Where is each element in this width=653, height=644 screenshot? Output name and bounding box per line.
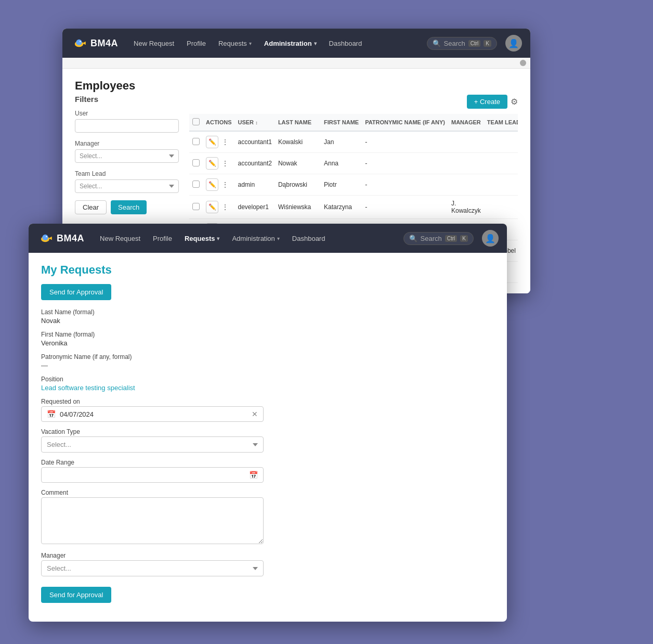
row-checkbox (189, 174, 203, 196)
row-user: accountant1 (235, 131, 275, 153)
last-name-label: Last Name (formal) (41, 308, 264, 316)
settings-icon[interactable]: ⚙ (511, 97, 518, 107)
row-team-lead (484, 196, 518, 219)
chevron-requests-2: ▾ (217, 236, 219, 241)
user-filter-label: User (75, 110, 179, 117)
row-first-name: Piotr (321, 174, 362, 196)
vacation-type-label: Vacation Type (41, 428, 264, 435)
row-last-name: Nowak (275, 153, 321, 174)
header-checkbox[interactable] (192, 118, 200, 125)
nav-profile-1[interactable]: Profile (181, 36, 211, 50)
requested-on-label: Requested on (41, 398, 264, 405)
clear-button[interactable]: Clear (75, 200, 107, 214)
row-cb[interactable] (192, 159, 200, 166)
kbd-k-2: K (460, 235, 468, 242)
date-range-calendar-icon: 📅 (249, 471, 258, 479)
col-team-lead: TEAM LEAD (484, 114, 518, 131)
minimize-btn-1[interactable] (520, 60, 526, 66)
date-range-section: Date Range 📅 (41, 459, 264, 483)
first-name-section: First Name (formal) Veronika (41, 331, 264, 347)
row-first-name: Jan (321, 131, 362, 153)
navbar-2: BM4A New Request Profile Requests ▾ Admi… (29, 224, 507, 253)
employees-title: Employees (75, 79, 518, 93)
row-team-lead (484, 174, 518, 196)
nav-links-2: New Request Profile Requests ▾ Administr… (95, 231, 399, 246)
more-button[interactable]: ⋮ (220, 159, 230, 168)
brand-name-2: BM4A (57, 233, 84, 244)
edit-button[interactable]: ✏️ (206, 178, 218, 191)
nav-dashboard-1[interactable]: Dashboard (324, 36, 368, 50)
search-button-1[interactable]: 🔍 Search Ctrl K (427, 37, 497, 50)
edit-button[interactable]: ✏️ (206, 201, 218, 213)
position-section: Position Lead software testing specialis… (41, 376, 264, 392)
nav-profile-2[interactable]: Profile (148, 231, 177, 246)
nav-requests-2[interactable]: Requests ▾ (179, 231, 225, 246)
svg-point-9 (46, 236, 47, 237)
table-row: ✏️ ⋮ admin Dąbrowski Piotr - 469 (189, 174, 518, 196)
send-approval-button-bottom[interactable]: Send for Approval (41, 587, 111, 603)
table-row: ✏️ ⋮ developer1 Wiśniewska Katarzyna - J… (189, 196, 518, 219)
nav-administration-1[interactable]: Administration ▾ (259, 36, 322, 50)
col-last-name: LAST NAME (275, 114, 321, 131)
user-avatar-2[interactable]: 👤 (482, 230, 499, 247)
search-button-2[interactable]: 🔍 Search Ctrl K (403, 232, 474, 245)
row-manager: J. Kowalczyk (448, 196, 484, 219)
manager-select[interactable]: Select... (41, 560, 264, 576)
more-button[interactable]: ⋮ (220, 181, 230, 189)
row-checkbox (189, 131, 203, 153)
nav-new-request-1[interactable]: New Request (128, 36, 179, 50)
requested-on-input[interactable] (60, 410, 247, 418)
svg-point-4 (80, 41, 81, 42)
chevron-admin-2: ▾ (277, 236, 280, 241)
more-button[interactable]: ⋮ (220, 203, 230, 211)
send-approval-button-top[interactable]: Send for Approval (41, 284, 111, 300)
window-controls-1 (62, 58, 530, 69)
create-button[interactable]: + Create (467, 95, 507, 109)
edit-button[interactable]: ✏️ (206, 136, 218, 148)
row-actions: ✏️ ⋮ (203, 131, 235, 153)
manager-filter-select[interactable]: Select... (75, 149, 179, 163)
nav-requests-1[interactable]: Requests ▾ (213, 36, 257, 50)
brand-1: BM4A (71, 35, 118, 51)
comment-section: Comment (41, 489, 264, 546)
col-checkbox (189, 114, 203, 131)
vacation-type-section: Vacation Type Select... (41, 428, 264, 453)
vacation-type-select[interactable]: Select... (41, 436, 264, 453)
row-cb[interactable] (192, 138, 200, 145)
row-checkbox (189, 153, 203, 174)
edit-button[interactable]: ✏️ (206, 157, 218, 170)
chevron-admin-1: ▾ (314, 41, 317, 46)
more-button[interactable]: ⋮ (220, 138, 230, 146)
brand-name-1: BM4A (90, 38, 118, 49)
user-avatar-1[interactable]: 👤 (505, 35, 522, 51)
requested-on-clear-btn[interactable]: ✕ (252, 410, 258, 418)
search-button-filter[interactable]: Search (111, 200, 147, 214)
table-row: ✏️ ⋮ accountant1 Kowalski Jan - 374 (189, 131, 518, 153)
row-cb[interactable] (192, 181, 200, 188)
row-last-name: Dąbrowski (275, 174, 321, 196)
row-cb[interactable] (192, 203, 200, 210)
form-fields: Last Name (formal) Novak First Name (for… (41, 308, 494, 611)
col-user: USER ↕ (235, 114, 275, 131)
date-range-label: Date Range (41, 459, 264, 466)
date-range-input[interactable] (47, 471, 245, 479)
teamlead-filter-group: Team Lead Select... (75, 170, 179, 193)
row-last-name: Wiśniewska (275, 196, 321, 219)
row-actions: ✏️ ⋮ (203, 196, 235, 219)
row-user: accountant2 (235, 153, 275, 174)
navbar-1: BM4A New Request Profile Requests ▾ Admi… (62, 29, 530, 58)
row-user: admin (235, 174, 275, 196)
nav-links-1: New Request Profile Requests ▾ Administr… (128, 36, 423, 50)
nav-new-request-2[interactable]: New Request (95, 231, 146, 246)
row-team-lead (484, 153, 518, 174)
teamlead-filter-select[interactable]: Select... (75, 179, 179, 193)
table-header-bar: + Create ⚙ (189, 95, 518, 109)
nav-dashboard-2[interactable]: Dashboard (287, 231, 331, 246)
user-filter-input[interactable] (75, 119, 179, 133)
comment-textarea[interactable] (41, 497, 264, 544)
row-patronymic: - (362, 196, 448, 219)
row-patronymic: - (362, 131, 448, 153)
filters-label: Filters (75, 95, 179, 104)
nav-administration-2[interactable]: Administration ▾ (227, 231, 284, 246)
row-actions: ✏️ ⋮ (203, 174, 235, 196)
